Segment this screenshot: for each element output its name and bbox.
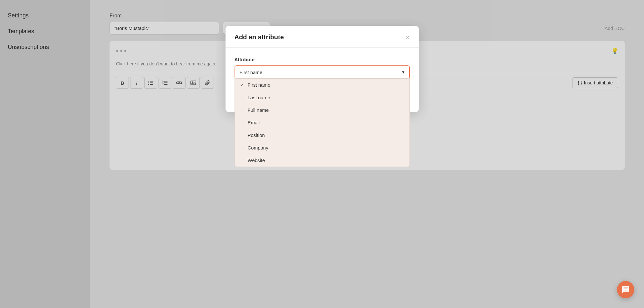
modal-header: Add an attribute × — [226, 26, 419, 48]
check-icon: ✓ — [240, 82, 245, 88]
dropdown-item-email[interactable]: Email — [235, 116, 409, 129]
dropdown-item-label: Last name — [248, 95, 270, 100]
modal-body: Attribute First name ▾ ✓ First name Last… — [226, 48, 419, 87]
dropdown-item-company[interactable]: Company — [235, 141, 409, 154]
add-attribute-modal: Add an attribute × Attribute First name … — [226, 26, 419, 112]
chevron-down-icon: ▾ — [402, 69, 405, 75]
dropdown-item-fullname[interactable]: Full name — [235, 104, 409, 116]
dropdown-item-firstname[interactable]: ✓ First name — [235, 79, 409, 91]
attribute-label: Attribute — [235, 57, 410, 62]
dropdown-item-position[interactable]: Position — [235, 129, 409, 141]
dropdown-item-label: Company — [248, 145, 268, 150]
dropdown-item-label: Full name — [248, 107, 269, 113]
modal-title: Add an attribute — [235, 34, 284, 41]
modal-close-button[interactable]: × — [406, 34, 410, 41]
dropdown-item-label: First name — [248, 82, 271, 88]
dropdown-item-label: Email — [248, 120, 260, 125]
attribute-select-display[interactable]: First name ▾ — [235, 65, 410, 79]
dropdown-item-website[interactable]: Website — [235, 154, 409, 167]
dropdown-item-label: Position — [248, 132, 265, 138]
selected-attribute: First name — [240, 70, 263, 75]
dropdown-item-label: Website — [248, 158, 265, 163]
attribute-dropdown-list: ✓ First name Last name Full name Email — [235, 78, 410, 167]
dropdown-item-lastname[interactable]: Last name — [235, 91, 409, 104]
chat-support-button[interactable] — [617, 281, 634, 298]
attribute-select-wrapper: First name ▾ ✓ First name Last name Full… — [235, 65, 410, 79]
modal-overlay: Add an attribute × Attribute First name … — [0, 0, 644, 308]
